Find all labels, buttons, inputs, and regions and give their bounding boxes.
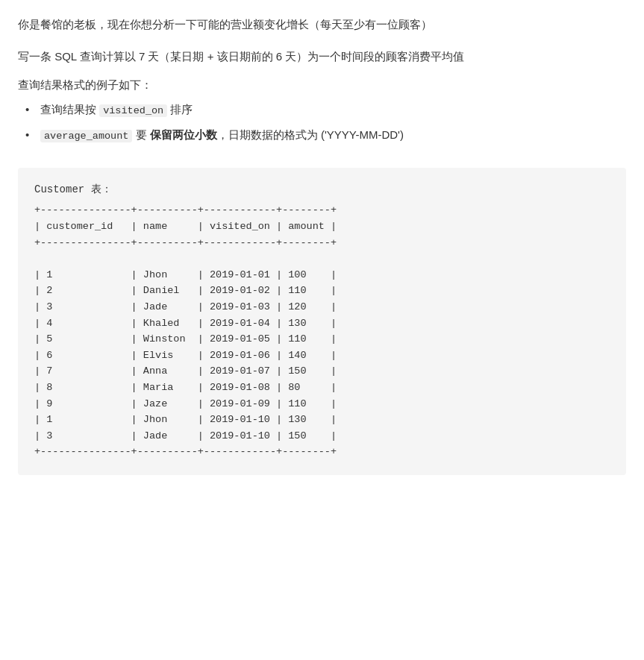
table-container: Customer 表： +---------------+----------+… [18,168,626,475]
bullet-1: 查询结果按 visited_on 排序 [25,100,626,120]
visited-on-code: visited_on [99,104,167,117]
bullet1-suffix: 排序 [167,103,193,116]
table-label: Customer 表： [34,183,610,196]
bullet2-bold: 保留两位小数 [150,128,217,141]
format-title: 查询结果格式的例子如下： [18,78,626,92]
bullet-2: average_amount 要 保留两位小数，日期数据的格式为 ('YYYY-… [25,125,626,145]
bullet1-prefix: 查询结果按 [40,103,99,116]
bullet2-suffix: ，日期数据的格式为 ('YYYY-MM-DD') [217,128,404,141]
sql-description: 写一条 SQL 查询计算以 7 天（某日期 + 该日期前的 6 天）为一个时间段… [18,46,626,66]
db-table: +---------------+----------+------------… [34,202,610,460]
format-bullets: 查询结果按 visited_on 排序 average_amount 要 保留两… [18,100,626,146]
bullet2-prefix: 要 [132,128,149,141]
intro-text: 你是餐馆的老板，现在你想分析一下可能的营业额变化增长（每天至少有一位顾客） [18,15,626,34]
average-amount-code: average_amount [40,130,132,142]
